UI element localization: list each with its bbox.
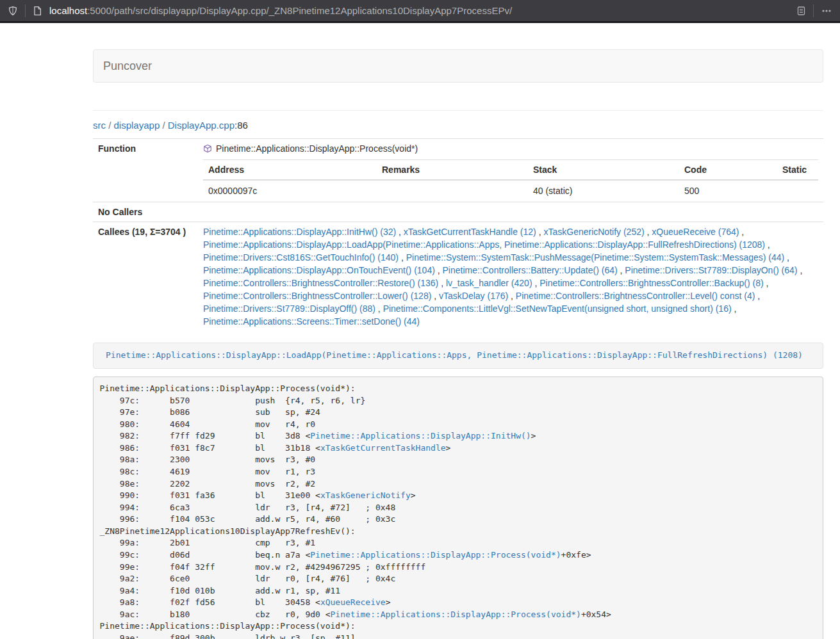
page-icon[interactable]: [33, 6, 42, 16]
callees-list: Pinetime::Applications::DisplayApp::Init…: [198, 222, 823, 332]
url-text[interactable]: localhost:5000/path/src/displayapp/Displ…: [49, 5, 796, 16]
function-label: Function: [93, 139, 198, 160]
function-name: Pinetime::Applications::DisplayApp::Proc…: [216, 143, 418, 154]
breadcrumb-link[interactable]: DisplayApp.cpp: [168, 120, 235, 131]
col-header-remarks: Remarks: [377, 160, 528, 181]
code-symbol-link[interactable]: xTaskGetCurrentTaskHandle: [320, 443, 446, 453]
shield-icon[interactable]: [8, 6, 18, 16]
breadcrumb-link[interactable]: src: [93, 120, 106, 131]
breadcrumb-separator: /: [160, 120, 168, 131]
address-value: 0x0000097c: [203, 180, 377, 202]
col-header-static: Static: [777, 160, 818, 181]
toolbar-separator: [813, 4, 814, 17]
url-host: localhost: [49, 5, 87, 16]
callee-link[interactable]: xQueueReceive (764): [652, 227, 739, 237]
callee-link[interactable]: Pinetime::Applications::DisplayApp::Load…: [203, 239, 765, 250]
col-header-code: Code: [679, 160, 777, 181]
function-row: Function Pinetime::Applications::Display…: [93, 139, 823, 160]
code-symbol-link[interactable]: Pinetime::Applications::DisplayApp::Proc…: [310, 550, 561, 560]
symbol-cube-icon: [203, 143, 212, 156]
overflow-menu-icon[interactable]: [821, 6, 832, 16]
callee-link[interactable]: Pinetime::Controllers::BrightnessControl…: [539, 278, 763, 288]
code-symbol-link[interactable]: Pinetime::Applications::DisplayApp::Proc…: [331, 610, 581, 619]
stack-value: 40 (static): [528, 180, 679, 202]
code-symbol-link[interactable]: xTaskGenericNotify: [320, 490, 411, 500]
breadcrumb-separator: /: [106, 120, 114, 131]
navbar: Puncover: [93, 49, 823, 83]
callee-link[interactable]: Pinetime::Drivers::St7789::DisplayOn() (…: [625, 265, 797, 275]
browser-url-bar[interactable]: localhost:5000/path/src/displayapp/Displ…: [0, 0, 840, 23]
callers-row: No Callers: [93, 202, 823, 222]
callee-link[interactable]: Pinetime::System::SystemTask::PushMessag…: [406, 252, 785, 263]
callee-link[interactable]: Pinetime::Applications::DisplayApp::OnTo…: [203, 265, 435, 275]
breadcrumb-line-number: :86: [235, 120, 248, 131]
function-name-cell: Pinetime::Applications::DisplayApp::Proc…: [198, 139, 823, 160]
callee-link[interactable]: Pinetime::Controllers::BrightnessControl…: [516, 291, 755, 301]
callee-link[interactable]: xTaskGetCurrentTaskHandle (12): [404, 227, 536, 237]
breadcrumb-link[interactable]: displayapp: [114, 120, 160, 131]
toolbar-separator: [25, 4, 26, 17]
metrics-table: Address Remarks Stack Code Static 0x0000…: [203, 159, 818, 202]
code-value: 500: [679, 180, 777, 202]
callee-link[interactable]: Pinetime::Drivers::St7789::DisplayOff() …: [203, 303, 375, 314]
col-header-address: Address: [203, 160, 377, 181]
divider: [93, 110, 823, 111]
code-symbol-link[interactable]: xQueueReceive: [320, 597, 386, 607]
url-path: :5000/path/src/displayapp/DisplayApp.cpp…: [87, 5, 512, 16]
callee-link[interactable]: Pinetime::Applications::DisplayApp::Init…: [203, 227, 396, 237]
page-content: Puncover src / displayapp / DisplayApp.c…: [93, 23, 823, 639]
metrics-values-row: 0x0000097c 40 (static) 500: [203, 180, 818, 202]
disassembly-code: Pinetime::Applications::DisplayApp::Proc…: [100, 384, 611, 639]
static-value: [777, 180, 818, 202]
breadcrumb: src / displayapp / DisplayApp.cpp:86: [93, 120, 823, 131]
metrics-row: Address Remarks Stack Code Static 0x0000…: [93, 159, 823, 202]
callee-link[interactable]: xTaskGenericNotify (252): [543, 227, 644, 237]
reader-mode-icon[interactable]: [796, 6, 806, 16]
callee-link[interactable]: Pinetime::Components::LittleVgl::SetNewT…: [383, 303, 732, 314]
highlighted-callee-box: Pinetime::Applications::DisplayApp::Load…: [93, 343, 823, 369]
code-symbol-link[interactable]: Pinetime::Applications::DisplayApp::Init…: [310, 431, 531, 441]
callee-link[interactable]: lv_task_handler (420): [446, 278, 532, 288]
remarks-value: [377, 180, 528, 202]
callees-label: Callees (19, Σ=3704 ): [93, 222, 198, 332]
callee-link[interactable]: Pinetime::Applications::Screens::Timer::…: [203, 316, 420, 327]
callee-link[interactable]: vTaskDelay (176): [439, 291, 508, 301]
callee-link[interactable]: Pinetime::Controllers::Battery::Update()…: [443, 265, 618, 275]
disassembly-block: Pinetime::Applications::DisplayApp::Proc…: [93, 376, 823, 639]
callers-label: No Callers: [93, 202, 198, 222]
highlighted-callee-link[interactable]: Pinetime::Applications::DisplayApp::Load…: [106, 350, 803, 360]
callee-link[interactable]: Pinetime::Controllers::BrightnessControl…: [203, 278, 438, 288]
callee-link[interactable]: Pinetime::Drivers::Cst816S::GetTouchInfo…: [203, 252, 399, 263]
brand-link[interactable]: Puncover: [103, 60, 152, 73]
callee-link[interactable]: Pinetime::Controllers::BrightnessControl…: [203, 291, 431, 301]
callees-row: Callees (19, Σ=3704 ) Pinetime::Applicat…: [93, 222, 823, 332]
symbol-table: Function Pinetime::Applications::Display…: [93, 138, 823, 331]
col-header-stack: Stack: [528, 160, 679, 181]
